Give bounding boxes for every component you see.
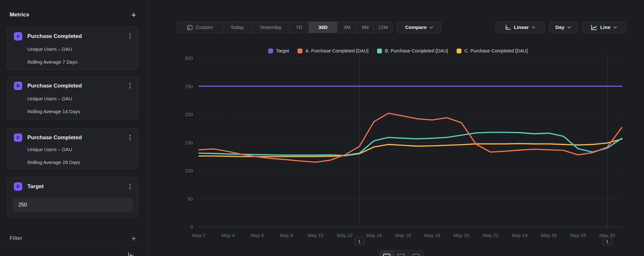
y-axis-label-150: 150 [185,140,193,145]
x-axis-label-may-26: May 26 [541,233,557,238]
y-axis-label-50: 50 [187,196,193,202]
x-axis-label-may-14: May 14 [366,233,382,238]
chart-size-medium-icon [398,254,405,256]
x-axis-label-may-12: May 12 [337,233,353,238]
chart-size-small-icon [383,254,390,256]
y-axis-label-300: 300 [185,55,193,61]
x-axis-label-may-6: May 6 [251,233,264,238]
y-axis-label-100: 100 [185,168,193,173]
x-axis-label-may-8: May 8 [280,233,293,238]
x-axis-label-may-2: May 2 [193,233,206,238]
annotation-badge-label: 1 [358,239,361,244]
x-axis-label-may-28: May 28 [570,233,586,238]
app-root: Metrics + A Purchase Completed Unique Us… [0,0,644,256]
y-axis-label-200: 200 [185,112,193,117]
chart-size-small-button[interactable] [380,251,394,256]
x-axis-label-may-10: May 10 [308,233,324,238]
chart-size-control [379,250,423,256]
annotation-badge-label: 1 [606,239,609,244]
x-axis-label-may-22: May 22 [483,233,498,238]
y-axis-label-0: 0 [190,224,193,230]
chart-size-medium-button[interactable] [394,251,409,256]
y-axis-label-250: 250 [185,84,193,89]
x-axis-label-may-20: May 20 [453,233,469,238]
chart-size-large-icon [412,254,420,256]
chart-size-large-button[interactable] [409,251,423,256]
series-line-c-purchase-completed-dau-[interactable] [199,139,622,157]
x-axis-label-may-24: May 24 [512,233,527,238]
x-axis-label-may-16: May 16 [395,233,411,238]
line-chart[interactable]: 300250200150100500May 2May 4May 6May 8Ma… [0,0,644,256]
x-axis-label-may-4: May 4 [222,233,235,238]
x-axis-label-may-18: May 18 [424,233,440,238]
